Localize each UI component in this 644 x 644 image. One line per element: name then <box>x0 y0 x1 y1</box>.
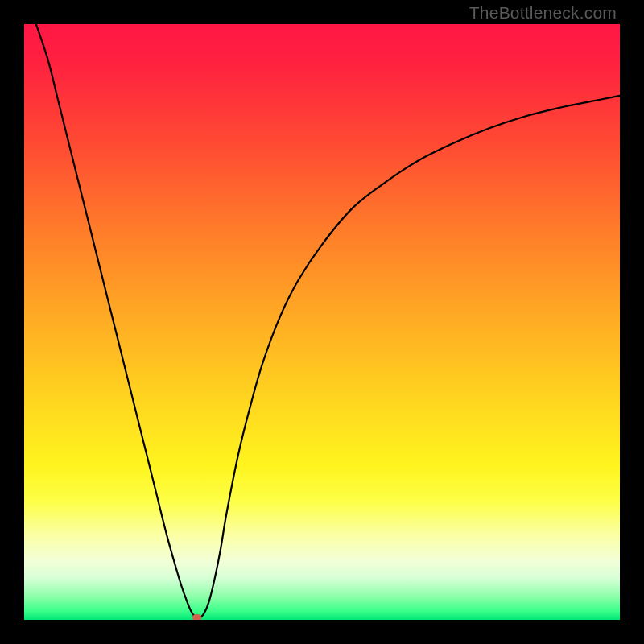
bottleneck-curve <box>24 24 620 618</box>
chart-frame: TheBottleneck.com <box>0 0 644 644</box>
curve-layer <box>24 24 620 620</box>
plot-area <box>24 24 620 620</box>
watermark-text: TheBottleneck.com <box>469 3 617 23</box>
